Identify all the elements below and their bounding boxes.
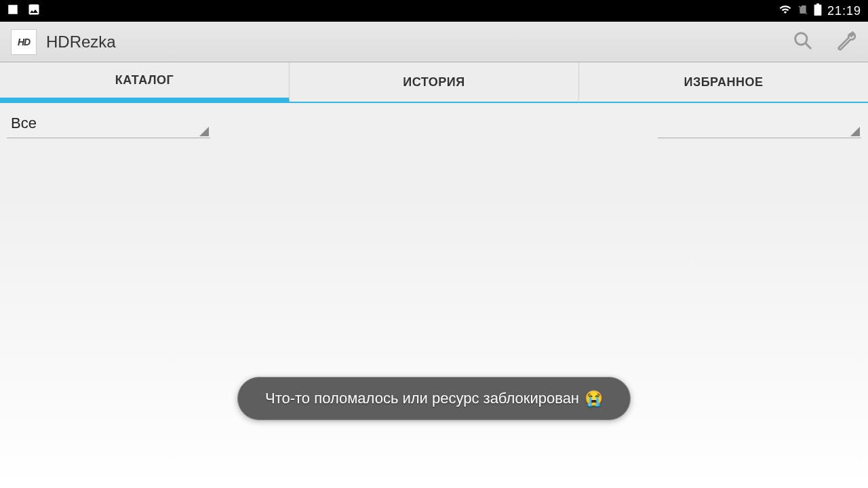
- category-spinner-value: Все: [11, 115, 37, 132]
- dropdown-triangle-icon: [850, 127, 860, 136]
- wifi-icon: [778, 3, 792, 18]
- search-icon[interactable]: [792, 30, 814, 54]
- filters-row: Все: [0, 103, 868, 146]
- status-time: 21:19: [827, 4, 861, 18]
- app-bar-left: HD HDRezka: [11, 29, 116, 55]
- crying-emoji-icon: 😭: [585, 390, 603, 407]
- image-icon: [27, 3, 41, 19]
- svg-line-1: [806, 43, 811, 49]
- tab-history[interactable]: ИСТОРИЯ: [290, 62, 579, 103]
- svg-point-0: [795, 33, 807, 44]
- status-left: [7, 3, 41, 19]
- app-bar-right: [792, 30, 857, 54]
- sort-spinner[interactable]: [658, 111, 861, 138]
- tabs: КАТАЛОГ ИСТОРИЯ ИЗБРАННОЕ: [0, 62, 868, 103]
- toast-text: Что-то поломалось или ресурс заблокирова…: [265, 390, 579, 407]
- tab-catalog[interactable]: КАТАЛОГ: [0, 62, 290, 103]
- dropdown-triangle-icon: [199, 127, 209, 136]
- tab-favorites[interactable]: ИЗБРАННОЕ: [579, 62, 868, 103]
- category-spinner[interactable]: Все: [7, 111, 210, 138]
- status-bar: 21:19: [0, 0, 868, 22]
- facebook-icon: [7, 3, 19, 18]
- status-right: 21:19: [778, 3, 861, 18]
- app-logo[interactable]: HD: [11, 29, 37, 55]
- app-bar: HD HDRezka: [0, 22, 868, 62]
- toast-message: Что-то поломалось или ресурс заблокирова…: [237, 377, 631, 420]
- battery-icon: [814, 3, 822, 18]
- no-sim-icon: [797, 3, 808, 18]
- app-title: HDRezka: [46, 33, 116, 52]
- settings-wrench-icon[interactable]: [835, 30, 857, 54]
